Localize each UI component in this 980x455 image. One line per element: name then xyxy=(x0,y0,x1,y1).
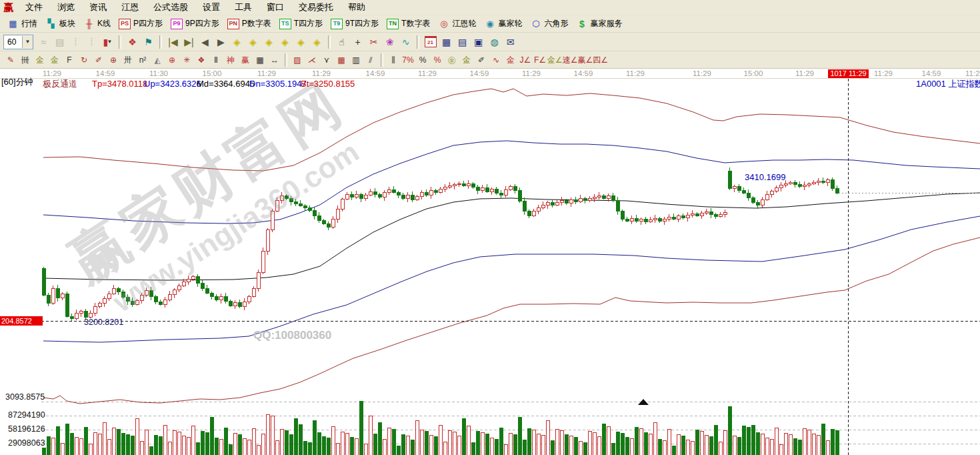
draw-ruler-2[interactable]: 卅 xyxy=(121,53,135,67)
draw-four-angle[interactable]: 四∠ xyxy=(593,53,608,67)
tool-prev-page[interactable]: ◀ xyxy=(197,35,213,49)
tool-p-square[interactable]: PSP四方形 xyxy=(115,17,167,30)
menu-item-交易委托[interactable]: 交易委托 xyxy=(291,0,341,15)
menu-item-浏览[interactable]: 浏览 xyxy=(50,0,82,15)
draw-ruler-grid[interactable]: 卌 xyxy=(18,53,33,67)
tool-hand-tool[interactable]: ☝ xyxy=(334,35,349,49)
tool-flag-tool[interactable]: ⚑ xyxy=(141,35,156,49)
draw-parallel-lines[interactable]: ⫽ xyxy=(363,53,378,67)
tool-memo[interactable]: ▤ xyxy=(455,35,470,49)
draw-gold-circle[interactable]: ㊎ xyxy=(445,53,459,67)
tool-band-tool[interactable]: ❀ xyxy=(382,35,397,49)
draw-gold-rule-2[interactable]: 金 xyxy=(503,53,518,67)
tool-link-disabled[interactable]: ≈ xyxy=(36,35,51,49)
menu-item-设置[interactable]: 设置 xyxy=(195,0,227,15)
draw-percent[interactable]: % xyxy=(415,53,430,67)
draw-wave-box[interactable]: ∿ xyxy=(489,53,503,67)
menu-item-公式选股[interactable]: 公式选股 xyxy=(146,0,195,15)
candle-body xyxy=(135,300,139,304)
tool-market-quotes[interactable]: ▦行情 xyxy=(3,17,41,30)
draw-gold-gann-1[interactable]: 金 xyxy=(33,53,47,67)
t-square-label: T四方形 xyxy=(294,18,323,29)
menu-item-窗口[interactable]: 窗口 xyxy=(259,0,291,15)
draw-gann-target[interactable]: ⊕ xyxy=(165,53,179,67)
menu-item-文件[interactable]: 文件 xyxy=(18,0,50,15)
draw-gold-rule[interactable]: 金 xyxy=(459,53,474,67)
volume-bar xyxy=(448,430,451,455)
tool-calculator[interactable]: ▦ xyxy=(439,35,454,49)
tool-diamond-collapse-h[interactable]: ◈ xyxy=(277,35,293,49)
tool-kline[interactable]: ╫K线 xyxy=(79,17,115,30)
tool-export-web[interactable]: ◍ xyxy=(487,35,502,49)
tool-diamond-shift-right[interactable]: ◈ xyxy=(245,35,261,49)
tool-calendar[interactable]: 21 xyxy=(423,35,438,49)
tool-winner-service[interactable]: $赢家服务 xyxy=(572,17,626,30)
draw-pencil-measure[interactable]: ✐ xyxy=(91,53,106,67)
draw-n-square[interactable]: n² xyxy=(135,53,150,67)
menu-item-江恩[interactable]: 江恩 xyxy=(114,0,146,15)
tool-t-table[interactable]: TNT数字表 xyxy=(383,17,434,30)
draw-percent-line[interactable]: % xyxy=(430,53,445,67)
draw-ying-angle[interactable]: 赢∠ xyxy=(578,53,593,67)
draw-shen-tool[interactable]: 神 xyxy=(223,53,238,67)
tool-diamond-expand-h[interactable]: ◈ xyxy=(261,35,277,49)
draw-gold-angle[interactable]: 金∠ xyxy=(547,53,563,67)
tool-sectors[interactable]: ▚板块 xyxy=(41,17,79,30)
chevron-down-icon[interactable]: ▼ xyxy=(22,36,33,48)
draw-angle-pencil[interactable]: ✐ xyxy=(474,53,489,67)
chart-area[interactable]: 11:2914:5911:3015:0011:2911:2914:5911:29… xyxy=(0,69,980,455)
tool-save[interactable]: ▣ xyxy=(471,35,486,49)
tool-9t-square[interactable]: T99T四方形 xyxy=(327,17,383,30)
tool-p-table[interactable]: PNP数字表 xyxy=(223,17,275,30)
draw-time-circle[interactable]: ⊕ xyxy=(106,53,121,67)
tool-bars9-disabled[interactable]: ⁞ xyxy=(84,35,99,49)
draw-pencil[interactable]: ✎ xyxy=(3,53,18,67)
period-combo[interactable]: 60▼ xyxy=(3,35,33,49)
draw-grid-123[interactable]: ▦ xyxy=(253,53,267,67)
tool-last-page[interactable]: ▶| xyxy=(181,35,197,49)
draw-kline-mark[interactable]: Ⅱ xyxy=(209,53,223,67)
menu-item-工具[interactable]: 工具 xyxy=(227,0,259,15)
draw-fib-f[interactable]: F xyxy=(62,53,77,67)
tool-diamond-shift-left[interactable]: ◈ xyxy=(229,35,245,49)
tool-note-disabled[interactable]: ▤ xyxy=(52,35,67,49)
draw-star-8[interactable]: ✳ xyxy=(179,53,194,67)
draw-vee-lines[interactable]: ⋎ xyxy=(319,53,334,67)
tool-9p-square[interactable]: P99P四方形 xyxy=(167,17,223,30)
tool-export-mail[interactable]: ✉ xyxy=(503,35,518,49)
draw-box-grid[interactable]: ▥ xyxy=(349,53,363,67)
kline-canvas[interactable]: 11:2914:5911:3015:0011:2911:2914:5911:29… xyxy=(0,69,980,455)
tool-pattern-tool[interactable]: ❖ xyxy=(125,35,140,49)
draw-gann-percent[interactable]: 7% xyxy=(401,53,415,67)
draw-f-angle[interactable]: F∠ xyxy=(533,53,547,67)
draw-gold-gann-2[interactable]: 金 xyxy=(47,53,62,67)
tool-gann-wheel[interactable]: ◎江恩轮 xyxy=(434,17,480,30)
tool-diamond-center[interactable]: ◈ xyxy=(293,35,309,49)
candle-body xyxy=(93,306,97,313)
draw-ray-fan[interactable]: ⋌ xyxy=(305,53,319,67)
draw-spiral[interactable]: ↻ xyxy=(77,53,91,67)
draw-j-angle[interactable]: J∠ xyxy=(518,53,533,67)
tool-cut-tool[interactable]: ✂ xyxy=(366,35,381,49)
draw-span-arrow[interactable]: ↔ xyxy=(267,53,282,67)
tool-bars3-disabled[interactable]: ⁞ xyxy=(68,35,83,49)
draw-fan-grid[interactable]: ▦ xyxy=(334,53,349,67)
tool-diamond-expand-all[interactable]: ◈ xyxy=(309,35,325,49)
tool-curve-tool[interactable]: ∿ xyxy=(398,35,413,49)
tool-t-square[interactable]: TST四方形 xyxy=(275,17,327,30)
tool-candle-style-combo[interactable]: ▮▼ xyxy=(100,35,115,49)
draw-corner-grid[interactable]: ▨ xyxy=(290,53,305,67)
chevron-down-icon[interactable]: ▼ xyxy=(107,39,112,45)
draw-speed-angle[interactable]: 速∠ xyxy=(563,53,578,67)
draw-mirror[interactable]: ◭ xyxy=(150,53,165,67)
tool-first-page[interactable]: |◀ xyxy=(165,35,181,49)
draw-ratio-bars[interactable]: ⫼ xyxy=(386,53,401,67)
tool-hexagon[interactable]: ⬡六角形 xyxy=(526,17,572,30)
draw-ying-tool[interactable]: 赢 xyxy=(238,53,253,67)
tool-next-page[interactable]: ▶ xyxy=(213,35,229,49)
tool-winner-wheel[interactable]: ◉赢家轮 xyxy=(480,17,526,30)
draw-star-box[interactable]: ❖ xyxy=(194,53,209,67)
menu-item-帮助[interactable]: 帮助 xyxy=(341,0,373,15)
menu-item-资讯[interactable]: 资讯 xyxy=(82,0,114,15)
tool-crosshair-tool[interactable]: + xyxy=(350,35,365,49)
